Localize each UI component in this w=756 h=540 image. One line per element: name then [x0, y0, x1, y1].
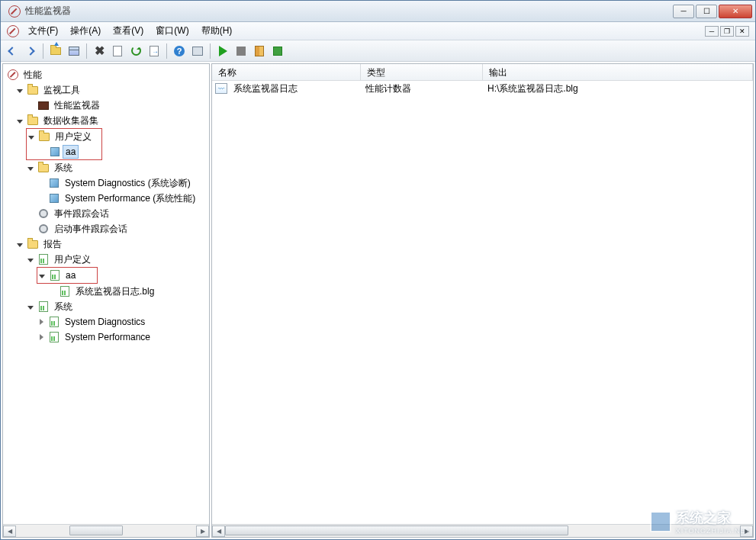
tree-label: 事件跟踪会话 — [52, 207, 111, 221]
report-icon — [50, 317, 59, 327]
watermark-brand: 系统之家 — [676, 510, 731, 526]
scroll-thumb[interactable] — [69, 526, 123, 535]
list-row[interactable]: 系统监视器日志 性能计数器 H:\系统监视器日志.blg — [212, 81, 753, 96]
expand-icon[interactable] — [27, 306, 34, 310]
menu-view[interactable]: 查看(V) — [107, 22, 150, 40]
titlebar: 性能监视器 ─ ☐ ✕ — [1, 1, 755, 22]
col-name[interactable]: 名称 — [212, 64, 361, 80]
tree-rpt-log[interactable]: 系统监视器日志.blg — [5, 284, 207, 299]
tree-aa[interactable]: aa — [27, 144, 101, 159]
tree-sys-perf[interactable]: System Performance (系统性能) — [5, 191, 207, 206]
tree-rpt-system[interactable]: 系统 — [5, 299, 207, 314]
perf-icon — [8, 69, 18, 80]
book-icon — [255, 46, 264, 56]
help-button[interactable]: ? — [171, 43, 188, 59]
expand-icon[interactable] — [40, 334, 43, 340]
tree-rpt-sys-perf[interactable]: System Performance — [5, 329, 207, 345]
tree-perf-monitor[interactable]: 性能监视器 — [5, 98, 207, 113]
tree-data-collector-sets[interactable]: 数据收集器集 — [5, 113, 207, 128]
delete-button[interactable]: ✖ — [91, 43, 108, 59]
mdi-minimize[interactable]: ─ — [705, 26, 719, 37]
tree-sys-diag[interactable]: System Diagnostics (系统诊断) — [5, 175, 207, 191]
expand-icon[interactable] — [17, 89, 23, 93]
close-button[interactable]: ✕ — [719, 5, 752, 18]
mmc-icon — [7, 25, 19, 37]
view-log-button[interactable] — [251, 43, 268, 59]
tree-label: 系统监视器日志.blg — [73, 284, 156, 299]
tree-user-defined[interactable]: 用户定义 — [27, 129, 101, 144]
gear-icon — [39, 224, 48, 233]
tree-view[interactable]: 性能 监视工具 性能监视器 数据收集器集 — [3, 64, 209, 524]
tree-event-trace[interactable]: 事件跟踪会话 — [5, 206, 207, 221]
tool-button[interactable] — [189, 43, 206, 59]
separator — [43, 43, 43, 59]
tree-label: aa — [63, 146, 78, 158]
back-button[interactable] — [4, 43, 21, 59]
scroll-left-button[interactable]: ◀ — [3, 526, 16, 537]
expand-icon[interactable] — [17, 243, 23, 247]
scroll-track[interactable] — [16, 526, 196, 537]
maximize-button[interactable]: ☐ — [696, 5, 717, 18]
expand-icon[interactable] — [17, 120, 23, 124]
mdi-close[interactable]: ✕ — [735, 26, 749, 37]
col-output[interactable]: 输出 — [483, 64, 753, 80]
tree-label: System Performance — [63, 331, 153, 343]
properties-button[interactable] — [109, 43, 126, 59]
folder-icon — [27, 117, 38, 125]
app-window: 性能监视器 ─ ☐ ✕ 文件(F) 操作(A) 查看(V) 窗口(W) 帮助(H… — [0, 0, 756, 540]
tree-label: System Performance (系统性能) — [63, 191, 198, 206]
tree-hscroll[interactable]: ◀ ▶ — [3, 524, 209, 537]
expand-icon[interactable] — [27, 259, 34, 262]
expand-icon[interactable] — [27, 167, 34, 171]
list-panel: 名称 类型 输出 系统监视器日志 性能计数器 H:\系统监视器日志.blg ◀ … — [211, 63, 754, 538]
tree-label: 用户定义 — [52, 252, 93, 267]
menu-action[interactable]: 操作(A) — [64, 22, 107, 40]
tree-rpt-aa[interactable]: aa — [37, 268, 97, 283]
cell-type: 性能计数器 — [359, 81, 481, 97]
separator — [166, 43, 167, 59]
tree-rpt-sys-diag[interactable]: System Diagnostics — [5, 314, 207, 329]
tree-reports[interactable]: 报告 — [5, 236, 207, 252]
save-button[interactable] — [269, 43, 286, 59]
tool-icon — [192, 47, 203, 56]
tree-root[interactable]: 性能 — [5, 67, 207, 82]
expand-icon[interactable] — [40, 319, 43, 325]
refresh-button[interactable] — [127, 43, 144, 59]
scroll-right-button[interactable]: ▶ — [196, 526, 209, 537]
export-button[interactable] — [146, 43, 162, 59]
tree-monitor-tools[interactable]: 监视工具 — [5, 82, 207, 98]
cube-icon — [50, 147, 60, 156]
menu-help[interactable]: 帮助(H) — [195, 22, 239, 40]
tree-system[interactable]: 系统 — [5, 160, 207, 175]
start-button[interactable] — [214, 43, 231, 59]
mdi-restore[interactable]: ❐ — [720, 26, 734, 37]
menu-file[interactable]: 文件(F) — [22, 22, 64, 40]
report-icon — [60, 286, 69, 297]
console-tree-button[interactable] — [66, 43, 82, 59]
forward-button[interactable] — [22, 43, 39, 59]
stop-button[interactable] — [233, 43, 249, 59]
tree-label: 用户定义 — [53, 130, 94, 144]
expand-icon[interactable] — [28, 136, 34, 140]
scroll-thumb[interactable] — [225, 526, 568, 535]
arrow-right-icon — [26, 47, 34, 55]
expand-icon[interactable] — [39, 275, 45, 278]
list-body[interactable]: 系统监视器日志 性能计数器 H:\系统监视器日志.blg — [212, 81, 753, 524]
minimize-button[interactable]: ─ — [673, 5, 694, 18]
monitor-icon — [38, 101, 49, 110]
menubar: 文件(F) 操作(A) 查看(V) 窗口(W) 帮助(H) ─ ❐ ✕ — [1, 22, 755, 40]
play-icon — [219, 46, 227, 56]
scroll-left-button[interactable]: ◀ — [212, 526, 225, 537]
col-type[interactable]: 类型 — [361, 64, 483, 80]
highlight-box-2: aa — [37, 267, 98, 284]
tree-label: 启动事件跟踪会话 — [52, 222, 130, 236]
tree-startup-event[interactable]: 启动事件跟踪会话 — [5, 221, 207, 236]
window-title: 性能监视器 — [25, 5, 673, 18]
report-icon — [39, 254, 48, 265]
up-button[interactable] — [47, 43, 64, 59]
export-icon — [150, 46, 159, 56]
menu-window[interactable]: 窗口(W) — [150, 22, 195, 40]
folder-icon — [39, 133, 50, 141]
tree-rpt-user-defined[interactable]: 用户定义 — [5, 252, 207, 267]
tree-label: 监视工具 — [41, 83, 82, 98]
